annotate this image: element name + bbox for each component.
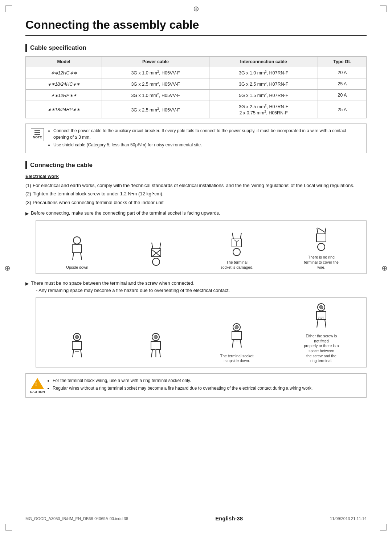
corner-mark-br	[380, 524, 387, 531]
table-cell-typegl: 20 A	[318, 90, 367, 101]
svg-line-12	[232, 233, 233, 239]
bullet-text-1: Before connecting, make sure the connect…	[31, 210, 220, 217]
diagram-item-2	[142, 241, 171, 270]
caution-icon: CAUTION	[31, 378, 44, 394]
electrical-work-heading: Electrical work	[25, 174, 367, 179]
table-cell-interconnect: 3G x 1.0 mm2, H07RN-F	[209, 67, 318, 78]
corner-mark-tl	[5, 5, 12, 12]
connecting-cable-heading: Connecting the cable	[25, 161, 367, 169]
right-center-icon: ⊕	[381, 264, 388, 272]
page-title: Connecting the assembly cable	[25, 18, 367, 36]
note-item-1: Connect the power cable to the auxiliary…	[53, 127, 361, 141]
svg-point-10	[233, 248, 240, 256]
svg-point-17	[318, 243, 325, 251]
table-cell-model: ∗∗12HP∗∗	[26, 90, 102, 101]
table-cell-model: ∗∗18/24HC∗∗	[26, 78, 102, 90]
footer-left: MG_GOOD_A3050_IB&IM_EN_DB68-04069A-00.in…	[25, 516, 128, 521]
terminal-svg-4	[311, 226, 331, 253]
diagram-item-4: There is no ringterminal to cover the wi…	[303, 226, 339, 270]
table-cell-power: 3G x 1.0 mm2, H05VV-F	[102, 67, 209, 78]
diagram-label-4: There is no ringterminal to cover the wi…	[303, 255, 339, 270]
diagram-box-1: Upside down	[36, 220, 367, 274]
terminal-svg-2	[146, 241, 166, 268]
terminal-svg-3	[227, 231, 247, 258]
svg-line-37	[232, 340, 233, 348]
table-row: ∗∗18/24HP∗∗ 3G x 2.5 mm2, H05VV-F 3G x 2…	[26, 101, 367, 118]
diagram-item-7: The terminal socketis upside down.	[220, 323, 254, 364]
step-3: Precautions when connecting terminal blo…	[25, 199, 367, 206]
footer-center: English-38	[215, 515, 243, 521]
table-cell-interconnect: 3G x 2.5 mm2, H07RN-F2 x 0.75 mm2, H05RN…	[209, 101, 318, 118]
svg-line-25	[73, 349, 74, 357]
corner-mark-tr	[380, 5, 387, 12]
terminal-svg-7	[227, 323, 247, 352]
bullet-text-2: There must be no space between the termi…	[31, 280, 230, 294]
table-header-model: Model	[26, 57, 102, 67]
svg-rect-24	[72, 341, 82, 349]
diagram-label-1: Upside down	[66, 265, 88, 270]
table-row: ∗∗12HC∗∗ 3G x 1.0 mm2, H05VV-F 3G x 1.0 …	[26, 67, 367, 78]
footer-right: 11/09/2013 21:11:14	[330, 516, 367, 521]
note-box: NOTE Connect the power cable to the auxi…	[25, 123, 367, 153]
note-item-2: Use shield cable (Category 5; less than …	[53, 142, 361, 148]
table-cell-interconnect: 5G x 1.5 mm2, H07RN-F	[209, 90, 318, 101]
table-cell-model: ∗∗12HC∗∗	[26, 67, 102, 78]
svg-line-6	[152, 243, 153, 249]
svg-line-7	[160, 243, 161, 249]
table-cell-typegl: 25 A	[318, 78, 367, 90]
terminal-svg-1	[67, 236, 87, 263]
left-center-icon: ⊕	[4, 264, 11, 272]
caution-item-2: Regular wires without a ring terminal so…	[53, 385, 313, 391]
page: ⊕ ⊕ ⊕ Connecting the assembly cable Cabl…	[0, 0, 392, 536]
note-content: Connect the power cable to the auxiliary…	[48, 127, 361, 149]
cable-spec-heading: Cable specification	[25, 44, 367, 52]
svg-point-35	[235, 325, 238, 329]
step-1: For electrical and earth works, comply w…	[25, 182, 367, 189]
table-cell-model: ∗∗18/24HP∗∗	[26, 101, 102, 118]
page-footer: MG_GOOD_A3050_IB&IM_EN_DB68-04069A-00.in…	[25, 515, 367, 521]
diagram-item-1: Upside down	[63, 236, 92, 270]
table-header-interconnection: Interconnection cable	[209, 57, 318, 67]
caution-box: CAUTION For the terminal block wiring, u…	[25, 373, 367, 398]
terminal-svg-5	[67, 333, 87, 362]
cable-spec-table: Model Power cable Interconnection cable …	[25, 56, 367, 118]
caution-item-1: For the terminal block wiring, use a wir…	[53, 377, 313, 384]
svg-line-38	[240, 340, 241, 348]
diagram-label-7: The terminal socketis upside down.	[220, 354, 254, 364]
svg-line-15	[234, 240, 237, 242]
bullet-point-1: ▶ Before connecting, make sure the conne…	[25, 210, 367, 217]
caution-content: For the terminal block wiring, use a wir…	[48, 377, 313, 393]
table-cell-typegl: 20 A	[318, 67, 367, 78]
svg-line-44	[325, 320, 326, 328]
corner-mark-bl	[5, 524, 12, 531]
top-center-icon: ⊕	[193, 4, 199, 13]
diagram-label-8: Either the screw is not fittedproperly o…	[303, 334, 339, 364]
bullet-arrow-2: ▶	[25, 280, 29, 287]
step-2: Tighten the terminal block screw to unde…	[25, 190, 367, 198]
svg-line-2	[73, 253, 74, 260]
svg-rect-30	[151, 341, 160, 349]
svg-point-29	[154, 335, 158, 339]
svg-line-13	[240, 233, 241, 239]
svg-line-16	[237, 240, 239, 242]
svg-rect-36	[232, 332, 241, 340]
table-header-typegl: Type GL	[318, 57, 367, 67]
table-header-power: Power cable	[102, 57, 209, 67]
diagram-item-5	[63, 333, 92, 364]
table-cell-power: 3G x 2.5 mm2, H05VV-F	[102, 78, 209, 90]
terminal-svg-8	[310, 303, 332, 332]
terminal-svg-6	[146, 333, 166, 362]
svg-line-3	[81, 253, 82, 260]
svg-rect-1	[72, 245, 82, 253]
svg-line-43	[317, 320, 318, 328]
steps-list: For electrical and earth works, comply w…	[25, 182, 367, 206]
svg-line-20	[325, 228, 326, 234]
svg-point-4	[152, 258, 160, 265]
note-icon: NOTE	[31, 128, 44, 141]
table-cell-interconnect: 3G x 2.5 mm2, H07RN-F	[209, 78, 318, 90]
diagram-box-2: The terminal socketis upside down. Eithe…	[36, 297, 367, 368]
table-cell-power: 3G x 2.5 mm2, H05VV-F	[102, 101, 209, 118]
table-cell-typegl: 25 A	[318, 101, 367, 118]
caution-triangle	[31, 378, 44, 389]
bullet-arrow-1: ▶	[25, 210, 29, 217]
